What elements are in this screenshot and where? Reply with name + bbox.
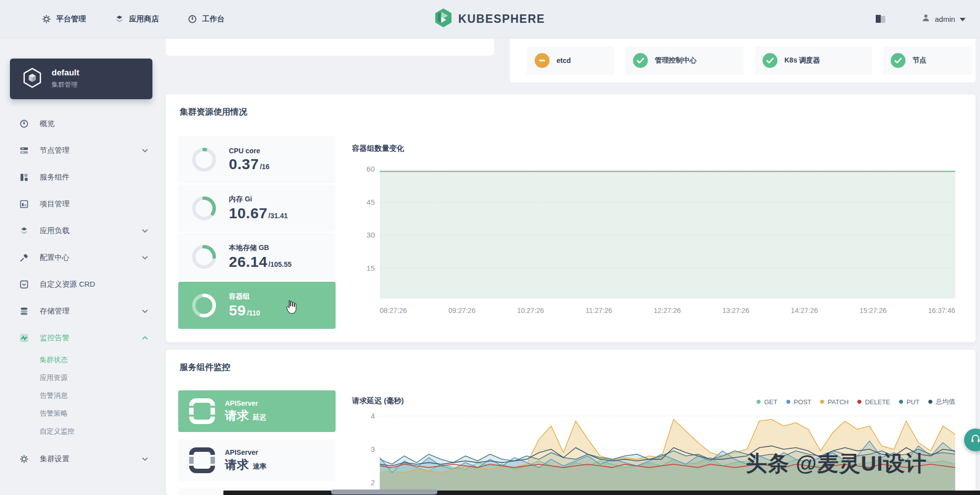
sidebar-item-label: 集群设置 [40, 454, 70, 464]
resource-total: /31.41 [269, 212, 288, 220]
monitor-card-metric: 请求 [225, 457, 249, 473]
legend-item: PATCH [820, 398, 848, 406]
monitor-card-info: APIServer 请求 速率 [225, 448, 267, 473]
chevron-down-icon [142, 457, 148, 461]
projects-icon [19, 199, 29, 209]
pods-chart-title: 容器组数量变化 [352, 144, 404, 153]
nav-platform-management[interactable]: 平台管理 [42, 14, 86, 24]
resource-card-memory[interactable]: 内存 Gi 10.67 /31.41 [178, 185, 336, 232]
sidebar-subitem-label: 应用资源 [40, 373, 68, 382]
sidebar-item-cluster-settings[interactable]: 集群设置 [0, 445, 166, 472]
status-warning-icon [535, 53, 550, 68]
x-tick-label: 11:27:26 [586, 307, 612, 314]
x-tick-label: 13:27:26 [722, 307, 750, 314]
scrolled-card-remnant [166, 39, 494, 56]
resource-value: 26.14 [229, 253, 268, 270]
sidebar-item-overview[interactable]: 概览 [0, 110, 166, 137]
chevron-down-icon [142, 256, 148, 259]
sidebar-subitem-alert-policies[interactable]: 告警策略 [0, 405, 166, 423]
kubesphere-logo-text: KUBESPHERE [458, 12, 545, 26]
gear-icon [42, 14, 51, 24]
monitoring-submenu: 集群状态 应用资源 告警消息 告警策略 自定义监控 [0, 351, 166, 440]
appstore-icon [115, 14, 124, 24]
status-ok-icon [633, 53, 648, 68]
sidebar-subitem-app-resources[interactable]: 应用资源 [0, 369, 166, 387]
legend-dot [820, 400, 824, 404]
cluster-hexagon-icon [21, 66, 44, 91]
monitor-card-name: APIServer [225, 399, 267, 407]
resource-card-cpu[interactable]: CPU core 0.37 /16 [178, 136, 336, 183]
legend-item: PUT [899, 398, 919, 406]
monitor-card-submetric: 延迟 [253, 413, 267, 422]
sidebar: default 集群管理 概览 节点管理 服务组件 项目管理 [0, 38, 166, 495]
resource-label: 容器组 [229, 292, 260, 301]
y-tick-label: 4 [352, 412, 375, 421]
status-label: 管理控制中心 [655, 56, 697, 65]
usage-donut [191, 195, 217, 221]
y-tick-label: 30 [352, 231, 375, 240]
resource-info: CPU core 0.37 /16 [229, 147, 270, 173]
sidebar-item-crd[interactable]: 自定义资源 CRD [0, 271, 166, 298]
monitor-card-apiserver-latency[interactable]: APIServer 请求 延迟 [178, 390, 336, 432]
monitor-card-metric: 请求 [225, 408, 249, 424]
workbench-icon [188, 14, 197, 24]
x-tick-label: 08:27:26 [380, 307, 407, 314]
resource-total: /16 [260, 163, 269, 171]
nodes-icon [19, 146, 29, 155]
nav-item-label: 工作台 [202, 14, 224, 24]
resource-card-pods[interactable]: 容器组 59 /110 [178, 282, 336, 329]
cluster-info: default 集群管理 [52, 68, 79, 89]
sidebar-item-app-workloads[interactable]: 应用负载 [0, 217, 166, 244]
status-k8s-scheduler[interactable]: K8s 调度器 [755, 46, 872, 75]
sidebar-menu: 概览 节点管理 服务组件 项目管理 应用负载 配置中心 [0, 110, 166, 472]
sidebar-subitem-custom-monitoring[interactable]: 自定义监控 [0, 423, 166, 440]
crd-icon [19, 280, 29, 289]
docs-icon[interactable] [875, 14, 886, 25]
sidebar-subitem-label: 集群状态 [40, 356, 68, 365]
resource-label: 内存 Gi [229, 195, 288, 204]
y-tick-label: 15 [352, 264, 375, 273]
resource-card-local-storage[interactable]: 本地存储 GB 26.14 /105.55 [178, 233, 336, 280]
apiserver-icon [189, 447, 215, 473]
hand-cursor-icon [284, 300, 296, 316]
resource-card-list: CPU core 0.37 /16 内存 Gi 10.67 /31.41 [178, 136, 336, 329]
sidebar-subitem-label: 自定义监控 [40, 427, 74, 436]
sidebar-item-config-center[interactable]: 配置中心 [0, 244, 166, 271]
sidebar-item-project-management[interactable]: 项目管理 [0, 190, 166, 217]
sidebar-subitem-label: 告警消息 [40, 391, 68, 400]
sidebar-item-node-management[interactable]: 节点管理 [0, 137, 166, 164]
monitor-card-submetric: 速率 [253, 462, 267, 471]
y-tick-label: 3 [352, 445, 375, 454]
sidebar-item-monitoring-alerting[interactable]: 监控告警 [0, 324, 166, 351]
monitor-card-apiserver-rate[interactable]: APIServer 请求 速率 [178, 439, 336, 481]
legend-item: DELETE [857, 398, 890, 406]
config-icon [19, 253, 29, 262]
nav-workbench[interactable]: 工作台 [188, 14, 224, 24]
nav-app-store[interactable]: 应用商店 [115, 14, 159, 24]
sidebar-item-label: 服务组件 [40, 173, 70, 182]
sidebar-subitem-cluster-status[interactable]: 集群状态 [0, 351, 166, 369]
legend-dot [757, 400, 761, 404]
horizontal-scrollbar-thumb[interactable] [331, 490, 437, 495]
status-control-plane[interactable]: 管理控制中心 [625, 46, 744, 75]
resource-label: CPU core [229, 147, 270, 155]
kubesphere-logo[interactable]: KUBESPHERE [435, 8, 545, 29]
status-label: 节点 [912, 56, 926, 65]
sidebar-item-label: 存储管理 [40, 307, 70, 316]
usage-donut [191, 147, 217, 173]
resource-info: 容器组 59 /110 [229, 292, 260, 319]
sidebar-item-storage-management[interactable]: 存储管理 [0, 298, 166, 324]
status-nodes[interactable]: 节点 [883, 46, 972, 75]
sidebar-item-service-components[interactable]: 服务组件 [0, 164, 166, 190]
resource-value: 10.67 [229, 205, 268, 222]
top-navbar: 平台管理 应用商店 工作台 KUBESPHERE admin [0, 0, 980, 38]
cluster-selector[interactable]: default 集群管理 [10, 59, 152, 99]
sidebar-item-label: 项目管理 [40, 199, 70, 209]
status-etcd[interactable]: etcd [527, 46, 614, 75]
user-menu[interactable]: admin [921, 0, 966, 38]
resource-label: 本地存储 GB [229, 244, 291, 252]
monitor-card-list: APIServer 请求 延迟 APIServer 请求 速率 [178, 390, 336, 495]
watermark-text: 头条 @麦灵UI设计 [746, 449, 927, 478]
sidebar-subitem-alert-messages[interactable]: 告警消息 [0, 387, 166, 405]
legend-item: GET [757, 398, 777, 406]
